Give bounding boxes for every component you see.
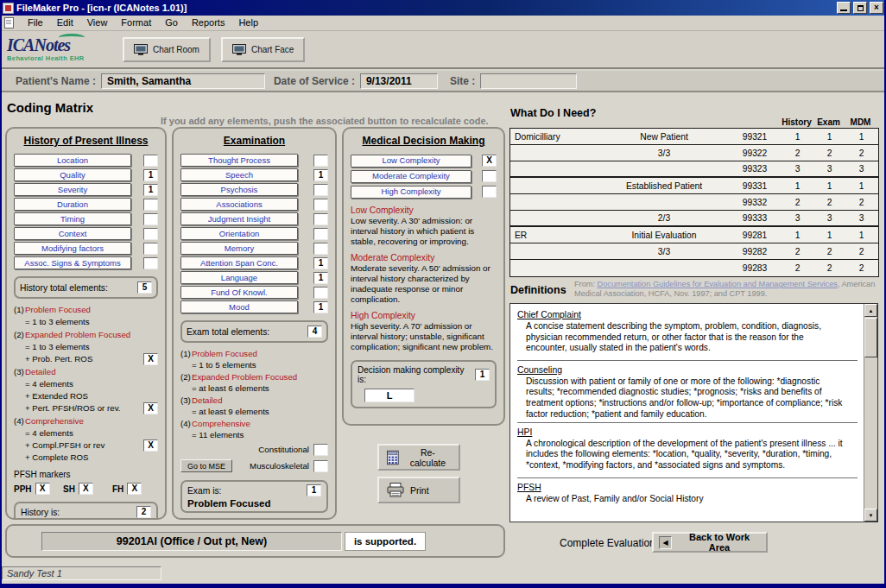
toolbar-chart-button[interactable]: Chart Room (123, 37, 211, 62)
go-to-mse-button[interactable]: Go to MSE (180, 459, 232, 472)
wdin-cpt-code-cell: 99321 (728, 132, 782, 142)
wdin-column-header: History (781, 117, 813, 127)
exam-element-button[interactable]: Fund Of Knowl. (180, 286, 298, 299)
scroll-up-icon[interactable]: ▲ (864, 304, 877, 317)
musculoskeletal-row: Go to MSE Musculoskeletal (180, 458, 328, 473)
exam-element-button[interactable]: Judgment Insight (180, 212, 298, 225)
exam-legend-line: = at least 6 elements (180, 383, 328, 394)
exam-result-box: Exam is: 1 Problem Focused (180, 480, 328, 513)
wdin-setting-cell: Domicilliary (510, 132, 600, 142)
hpi-total-value: 5 (137, 281, 152, 294)
toolbar-buttons: Chart Room Chart Face (112, 37, 305, 62)
hpi-element-button[interactable]: Modifying factors (14, 242, 131, 255)
wdin-cpt-code-cell: 99331 (728, 181, 782, 191)
exam-element-count-box: 1 (313, 257, 328, 269)
close-button[interactable]: × (870, 2, 883, 14)
mdm-description-body: High severity. A 70' admission or interv… (351, 321, 497, 352)
minimize-icon (840, 9, 847, 11)
source-link[interactable]: Documentation Guidelines for Evaluation … (598, 280, 838, 288)
definition-text: A concise statement describing the sympt… (526, 321, 847, 354)
exam-element-count-box (313, 243, 328, 255)
exam-element-row: Judgment Insight (180, 212, 328, 226)
exam-element-row: Speech 1 (180, 168, 328, 182)
menu-item[interactable]: Reports (185, 16, 232, 30)
menu-item[interactable]: Help (231, 16, 265, 30)
menu-item[interactable]: View (80, 16, 115, 30)
chart-screen-icon (232, 44, 246, 55)
exam-element-button[interactable]: Speech (180, 168, 298, 181)
scrollbar-thumb[interactable] (864, 318, 877, 357)
exam-element-button[interactable]: Attention Span Conc. (180, 256, 298, 269)
patient-name-field[interactable]: Smith, Samantha (101, 73, 265, 89)
wdin-cpt-code-cell: 99322 (728, 149, 782, 158)
exam-total-box: Exam total elements: 4 (180, 320, 328, 343)
exam-element-button[interactable]: Memory (180, 242, 298, 255)
exam-legend-line: (3) Detailed (180, 395, 328, 406)
mdm-complexity-button[interactable]: High Complexity (351, 186, 471, 199)
hpi-element-button[interactable]: Severity (14, 183, 131, 196)
exam-legend-line: = at least 9 elements (180, 406, 328, 417)
hpi-legend-line: + Pert. PFSH/ROS or rev. X (14, 402, 158, 414)
wdin-mdm-cell: 1 (845, 181, 877, 191)
wdin-exam-cell: 1 (813, 231, 845, 240)
hpi-element-row: Duration (14, 197, 158, 212)
exam-element-row: Orientation (180, 226, 328, 241)
toolbar-chart-button[interactable]: Chart Face (221, 37, 305, 62)
menu-item[interactable]: File (21, 16, 50, 30)
print-button[interactable]: Print (377, 477, 460, 503)
wdin-history-cell: 2 (782, 247, 813, 256)
hpi-element-button[interactable]: Quality (14, 168, 131, 181)
hpi-element-row: Modifying factors (14, 241, 158, 256)
hpi-legend-line: + Compl.PFSH or rev X (14, 439, 158, 452)
icanotes-logo[interactable]: ICANotes Behavioral Health EHR (7, 36, 112, 62)
exam-element-row: Attention Span Conc. 1 (180, 256, 328, 270)
hpi-element-count-box (143, 228, 158, 240)
mdm-complexity-button[interactable]: Low Complexity (351, 155, 471, 168)
menu-item[interactable]: Format (114, 16, 158, 30)
exam-element-button[interactable]: Psychosis (180, 183, 298, 196)
definition-term: Chief Complaint (517, 310, 858, 319)
minimize-button[interactable] (837, 2, 851, 14)
mdm-description-heading: High Complexity (351, 311, 497, 320)
wdin-cpt-code-cell: 99282 (728, 247, 782, 256)
hpi-element-row: Quality 1 (14, 168, 158, 182)
complete-evaluation-label: Complete Evaluation (560, 537, 655, 549)
mdm-description-heading: Low Complexity (351, 205, 497, 215)
calculator-icon (387, 450, 399, 465)
menu-item[interactable]: Go (158, 16, 185, 30)
wdin-mdm-cell: 3 (845, 213, 877, 223)
hpi-element-button[interactable]: Timing (14, 212, 131, 225)
pfsh-marker-box: X (35, 483, 50, 495)
definitions-scrollbar[interactable]: ▲ ▼ (864, 304, 877, 522)
wdin-history-cell: 2 (782, 149, 813, 158)
exam-element-button[interactable]: Associations (180, 198, 298, 211)
mdm-option-row: High Complexity (351, 184, 497, 199)
mdm-complexity-button[interactable]: Moderate Complexity (351, 170, 471, 183)
recalculate-button[interactable]: Re-calculate (377, 444, 460, 471)
hpi-element-button[interactable]: Context (14, 227, 131, 240)
exam-element-button[interactable]: Orientation (180, 227, 298, 240)
exam-element-row: Associations (180, 197, 328, 212)
exam-element-button[interactable]: Mood (180, 300, 298, 313)
hpi-element-button[interactable]: Location (14, 154, 131, 167)
definition-entry: Counseling Discussion with patient or fa… (517, 361, 858, 423)
wdin-table-row: 3/3 99322 2 2 2 (510, 145, 878, 161)
hpi-result-box: History is: 2 Exp. Prob. Focused (14, 502, 158, 520)
wdin-table-row: Domicilliary New Patient 99321 1 1 1 (510, 129, 878, 145)
exam-legend-line: = 1 to 5 elements (180, 359, 328, 370)
site-field[interactable] (480, 73, 577, 89)
pfsh-marker: FH X (112, 483, 158, 495)
date-of-service-field[interactable]: 9/13/2011 (360, 73, 438, 89)
hpi-element-button[interactable]: Duration (14, 198, 131, 211)
scroll-down-icon[interactable]: ▼ (864, 509, 877, 522)
menu-item[interactable]: Edit (50, 16, 80, 30)
mdm-option-row: Low Complexity X (351, 153, 497, 168)
exam-element-button[interactable]: Language (180, 271, 298, 284)
restore-button[interactable] (853, 2, 867, 14)
back-to-work-area-button[interactable]: ◀ Back to Work Area (652, 532, 768, 553)
wdin-exam-cell: 3 (813, 164, 845, 174)
hpi-element-count-box (143, 243, 158, 255)
hpi-element-button[interactable]: Assoc. Signs & Symptoms (14, 256, 131, 269)
exam-element-button[interactable]: Thought Process (180, 154, 298, 167)
exam-element-row: Psychosis (180, 182, 328, 197)
